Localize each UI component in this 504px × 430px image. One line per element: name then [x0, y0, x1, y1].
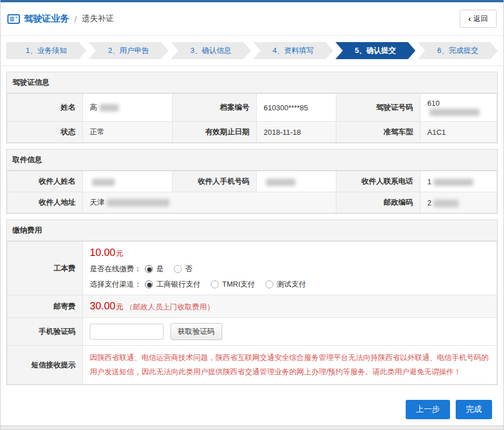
page: 驾驶证业务 / 遗失补证 ‹ 返回 1、业务须知 2、用户申告 3、确认信息 4… [0, 0, 504, 430]
license-no-value: 610 [420, 94, 497, 122]
back-label: 返回 [473, 14, 488, 24]
postage-fee-label: 邮寄费 [7, 295, 83, 318]
name-label: 姓名 [7, 94, 83, 122]
recipient-phone-value: 1 [420, 171, 497, 192]
redacted-text [99, 104, 119, 111]
license-no-value-text: 610 [427, 99, 440, 108]
pay-channel-tmri-option[interactable]: TMRI支付 [211, 279, 255, 290]
pay-channel-test-option[interactable]: 测试支付 [265, 279, 306, 290]
online-pay-option-row: 是否在线缴费： 是 否 [90, 264, 490, 274]
pay-channel-test-label: 测试支付 [277, 279, 306, 290]
online-pay-yes-label: 是 [156, 264, 164, 274]
page-title: 驾驶证业务 [24, 13, 69, 25]
recipient-mobile-value [257, 171, 336, 192]
pay-channel-label: 选择支付渠道： [90, 279, 141, 290]
fees-table: 工本费 10.00元 是否在线缴费： 是 否 [7, 241, 497, 384]
production-fee-number: 10.00 [90, 247, 115, 258]
online-pay-yes-option[interactable]: 是 [145, 264, 164, 274]
step-3-confirm-info[interactable]: 3、确认信息 [171, 42, 251, 59]
radio-unchecked-icon[interactable] [174, 265, 182, 273]
online-pay-label: 是否在线缴费： [90, 264, 141, 274]
radio-unchecked-icon[interactable] [211, 280, 219, 288]
online-pay-no-option[interactable]: 否 [174, 264, 193, 274]
back-button[interactable]: ‹ 返回 [460, 10, 497, 28]
radio-checked-icon[interactable] [145, 265, 153, 273]
recipient-address-label: 收件人地址 [7, 192, 83, 213]
recipient-phone-value-text: 1 [427, 177, 431, 186]
sms-notice-cell: 因陕西省联通、电信运营商技术问题，陕西省互联网交通安全综合服务管理平台无法向持陕… [83, 346, 497, 384]
postage-fee-note: （邮政人员上门收取费用） [126, 303, 214, 311]
finish-button[interactable]: 完成 [456, 400, 492, 419]
get-sms-code-button[interactable]: 获取验证码 [170, 323, 222, 340]
redacted-text [434, 200, 459, 207]
online-pay-no-label: 否 [185, 264, 193, 274]
step-1-business-notice[interactable]: 1、业务须知 [6, 42, 86, 59]
radio-checked-icon[interactable] [145, 280, 153, 288]
redacted-text [92, 179, 115, 186]
table-row: 短信接收提示 因陕西省联通、电信运营商技术问题，陕西省互联网交通安全综合服务管理… [7, 346, 497, 384]
recipient-address-value-text: 天津 [90, 198, 105, 206]
expiry-value: 2018-11-18 [257, 122, 336, 143]
footer-actions: 上一步 完成 [1, 400, 492, 419]
vehicle-class-value: A1C1 [420, 122, 497, 143]
postage-fee-unit: 元 [116, 303, 123, 311]
recipient-mobile-label: 收件人手机号码 [173, 171, 257, 192]
sms-code-label: 手机验证码 [7, 318, 83, 346]
page-subtitle: 遗失补证 [82, 14, 114, 24]
table-row: 状态 正常 有效期止日期 2018-11-18 准驾车型 A1C1 [7, 122, 497, 143]
step-5-confirm-submit[interactable]: 5、确认提交 [335, 42, 415, 59]
production-fee-unit: 元 [116, 249, 123, 258]
table-row: 手机验证码 获取验证码 [7, 318, 497, 346]
pay-channel-icbc-label: 工商银行支付 [156, 279, 201, 290]
postage-fee-cell: 30.00元（邮政人员上门收取费用） [83, 295, 497, 318]
name-value: 高 [83, 94, 173, 122]
zip-code-label: 邮政编码 [336, 192, 420, 213]
pay-channel-icbc-option[interactable]: 工商银行支付 [145, 279, 201, 290]
table-row: 姓名 高 档案编号 610300****85 驾驶证号码 610 [7, 94, 497, 122]
license-business-icon [7, 14, 20, 24]
zip-code-value: 2 [420, 192, 497, 213]
expiry-label: 有效期止日期 [173, 122, 257, 143]
table-row: 收件人姓名 收件人手机号码 收件人联系电话 1 [7, 171, 497, 192]
recipient-name-label: 收件人姓名 [7, 171, 83, 192]
vehicle-class-label: 准驾车型 [336, 122, 420, 143]
name-value-text: 高 [90, 103, 97, 111]
pickup-info-section: 取件信息 收件人姓名 收件人手机号码 收件人联系电话 1 [6, 149, 498, 214]
archive-no-label: 档案编号 [173, 94, 257, 122]
sms-code-input[interactable] [90, 324, 164, 340]
recipient-address-value: 天津 [83, 192, 336, 213]
license-info-table: 姓名 高 档案编号 610300****85 驾驶证号码 610 状态 正常 有… [7, 93, 497, 143]
header: 驾驶证业务 / 遗失补证 ‹ 返回 [1, 2, 503, 36]
page-bottom-strip [1, 425, 503, 429]
recipient-phone-label: 收件人联系电话 [336, 171, 420, 192]
table-row: 工本费 10.00元 是否在线缴费： 是 否 [7, 242, 497, 295]
status-value: 正常 [83, 122, 173, 143]
fees-section: 缴纳费用 工本费 10.00元 是否在线缴费： 是 [6, 220, 498, 385]
production-fee-amount: 10.00元 [90, 247, 490, 259]
redacted-text [266, 179, 295, 186]
production-fee-cell: 10.00元 是否在线缴费： 是 否 选择支 [83, 242, 497, 295]
header-title-group: 驾驶证业务 / 遗失补证 [7, 13, 114, 25]
pickup-info-section-title: 取件信息 [7, 150, 497, 171]
step-6-finish-submit[interactable]: 6、完成提交 [418, 42, 498, 59]
zip-code-value-text: 2 [427, 199, 431, 207]
radio-unchecked-icon[interactable] [265, 280, 273, 288]
step-2-user-declaration[interactable]: 2、用户申告 [89, 42, 169, 59]
fees-section-title: 缴纳费用 [7, 220, 497, 241]
license-info-section: 驾驶证信息 姓名 高 档案编号 610300****85 驾驶证号码 610 状… [6, 72, 498, 143]
previous-step-button[interactable]: 上一步 [406, 400, 450, 419]
sms-notice-text: 因陕西省联通、电信运营商技术问题，陕西省互联网交通安全综合服务管理平台无法向持陕… [90, 351, 490, 379]
status-label: 状态 [7, 122, 83, 143]
sms-notice-label: 短信接收提示 [7, 346, 83, 384]
pay-channel-tmri-label: TMRI支付 [222, 279, 255, 290]
title-divider: / [74, 14, 77, 24]
sms-code-cell: 获取验证码 [83, 318, 497, 346]
redacted-text [430, 109, 480, 116]
back-arrow-icon: ‹ [468, 14, 471, 23]
steps-bar: 1、业务须知 2、用户申告 3、确认信息 4、资料填写 5、确认提交 6、完成提… [1, 36, 503, 66]
step-4-fill-data[interactable]: 4、资料填写 [253, 42, 333, 59]
table-row: 邮寄费 30.00元（邮政人员上门收取费用） [7, 295, 497, 318]
license-info-section-title: 驾驶证信息 [7, 72, 497, 93]
redacted-text [107, 199, 169, 206]
archive-no-value: 610300****85 [257, 94, 336, 122]
